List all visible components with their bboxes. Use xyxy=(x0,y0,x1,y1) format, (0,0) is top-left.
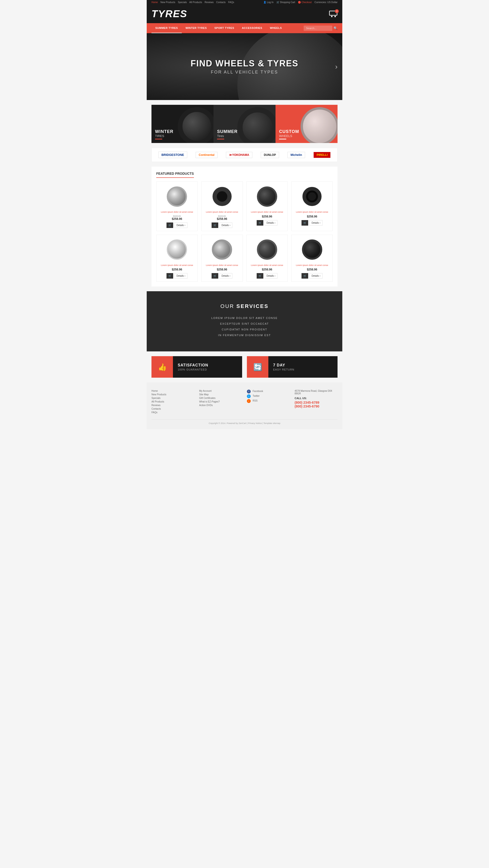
social-rss[interactable]: r RSS xyxy=(247,399,290,403)
brand-yokohama[interactable]: ≫YOKOHAMA xyxy=(226,152,252,158)
nav-reviews[interactable]: Reviews xyxy=(205,1,214,4)
product-card-4: Lorem ipsum dolor sit amet conse $258.96… xyxy=(291,181,333,231)
footer-new-products[interactable]: New Products xyxy=(152,393,194,396)
products-grid: Lorem ipsum dolor sit amet conse $328.80… xyxy=(156,181,333,282)
footer-gift-certificates[interactable]: Gift Certificates xyxy=(199,397,242,399)
footer-grid: Home New Products Specials All Products … xyxy=(152,390,337,415)
nav-accessories[interactable]: ACCESSORIES xyxy=(238,23,266,33)
facebook-icon: f xyxy=(247,390,251,394)
nav-sport-tyres[interactable]: SPORT TYRES xyxy=(210,23,238,33)
footer-reviews[interactable]: Reviews xyxy=(152,404,194,407)
details-button-7[interactable]: Details › xyxy=(264,273,278,279)
product-name-6: Lorem ipsum dolor sit amet conse xyxy=(204,264,240,267)
product-name-2: Lorem ipsum dolor sit amet conse xyxy=(204,211,240,214)
currency-selector[interactable]: Currencies: US Dollar xyxy=(315,1,337,4)
footer-phone-1[interactable]: (800) 2345-6789 xyxy=(295,401,337,404)
footer-specials[interactable]: Specials xyxy=(152,397,194,399)
nav-faqs[interactable]: FAQs xyxy=(228,1,234,4)
nav-links: SUMMER TYRES WINTER TYRES SPORT TYRES AC… xyxy=(152,23,286,33)
product-card-3: Lorem ipsum dolor sit amet conse $258.96… xyxy=(247,181,288,231)
footer-contacts[interactable]: Contacts xyxy=(152,407,194,410)
return-card: 🔄 7 DAY EASY RETURN xyxy=(247,356,337,378)
summer-card-title: SUMMER xyxy=(217,129,237,134)
product-price-1: $258.96 xyxy=(159,217,195,221)
product-old-price-2: $328.80 xyxy=(204,215,240,217)
product-image-3 xyxy=(250,185,285,208)
nav-new-products[interactable]: New Products xyxy=(160,1,175,4)
nav-summer-tyres[interactable]: SUMMER TYRES xyxy=(152,23,182,33)
hero-section: FIND WHEELS & TYRES FOR ALL VEHICLE TYPE… xyxy=(147,33,342,100)
brand-pirelli[interactable]: PIRELLI xyxy=(314,152,331,158)
footer-col-3: f Facebook t Twitter r RSS xyxy=(247,390,290,415)
details-button-5[interactable]: Details › xyxy=(174,273,188,279)
product-name-5: Lorem ipsum dolor sit amet conse xyxy=(159,264,195,267)
product-card-1: Lorem ipsum dolor sit amet conse $328.80… xyxy=(156,181,198,231)
winter-tires-card[interactable]: WINTER TIRES xyxy=(152,105,214,143)
product-name-8: Lorem ipsum dolor sit amet conse xyxy=(294,264,330,267)
add-to-cart-1[interactable]: 🛒 xyxy=(166,222,173,228)
nav-home-link[interactable]: Home xyxy=(152,1,158,4)
product-price-8: $258.96 xyxy=(294,268,330,271)
footer-my-account[interactable]: My Account xyxy=(199,390,242,392)
add-to-cart-4[interactable]: 🛒 xyxy=(301,220,308,226)
cart-icon-header[interactable]: 0 xyxy=(329,10,337,17)
details-button-6[interactable]: Details › xyxy=(220,273,233,279)
details-button-8[interactable]: Details › xyxy=(309,273,323,279)
rss-link[interactable]: RSS xyxy=(253,399,258,402)
footer-site-map[interactable]: Site Map xyxy=(199,393,242,396)
summer-tires-card[interactable]: SUMMER Tires xyxy=(214,105,275,143)
details-button-4[interactable]: Details › xyxy=(309,220,323,226)
services-section: OUR SERVICES LOREM IPSUM DOLOR SIT AMET … xyxy=(147,291,342,351)
nav-contacts[interactable]: Contacts xyxy=(216,1,225,4)
footer-col-1: Home New Products Specials All Products … xyxy=(152,390,194,415)
custom-wheels-card[interactable]: CUSTOM WHEELS xyxy=(275,105,337,143)
twitter-link[interactable]: Twitter xyxy=(253,395,260,397)
header: TYRES 0 xyxy=(147,4,342,23)
social-facebook[interactable]: f Facebook xyxy=(247,390,290,394)
nav-wheels[interactable]: WHEELS xyxy=(266,23,286,33)
search-button[interactable]: 🔍 xyxy=(333,26,337,30)
add-to-cart-5[interactable]: 🛒 xyxy=(166,273,173,279)
satisfaction-title: SATISFACTION xyxy=(178,363,237,367)
product-card-5: Lorem ipsum dolor sit amet conse $258.96… xyxy=(156,235,198,282)
twitter-icon: t xyxy=(247,394,251,398)
brand-dunlop[interactable]: DUNLOP xyxy=(261,152,279,158)
checkout-link[interactable]: 🔴 Checkout xyxy=(298,1,312,4)
product-name-7: Lorem ipsum dolor sit amet conse xyxy=(250,264,285,267)
footer-faqs[interactable]: FAQs xyxy=(152,411,194,414)
footer-action-dvds[interactable]: Action DVDs xyxy=(199,404,242,407)
footer-ez-pages[interactable]: What is EZ-Pages? xyxy=(199,400,242,403)
search-input[interactable] xyxy=(304,26,332,31)
nav-winter-tyres[interactable]: WINTER TYRES xyxy=(182,23,210,33)
footer-all-products[interactable]: All Products xyxy=(152,400,194,403)
product-image-7 xyxy=(250,238,285,261)
footer-phone-2[interactable]: (800) 2345-6790 xyxy=(295,404,337,408)
hero-next-arrow[interactable]: › xyxy=(335,63,337,71)
nav-specials[interactable]: Specials xyxy=(178,1,187,4)
product-price-7: $258.96 xyxy=(250,268,285,271)
brand-michelin[interactable]: Michelin xyxy=(287,152,305,158)
site-logo[interactable]: TYRES xyxy=(152,8,187,20)
social-twitter[interactable]: t Twitter xyxy=(247,394,290,398)
product-price-5: $258.96 xyxy=(159,268,195,271)
nav-all-products[interactable]: All Products xyxy=(189,1,202,4)
add-to-cart-2[interactable]: 🛒 xyxy=(211,222,218,228)
featured-title: FEATURED PRODUCTS xyxy=(156,172,194,178)
facebook-link[interactable]: Facebook xyxy=(253,390,263,393)
product-image-4 xyxy=(294,185,330,208)
add-to-cart-7[interactable]: 🛒 xyxy=(257,273,263,279)
details-button-1[interactable]: Details › xyxy=(174,222,188,228)
details-button-3[interactable]: Details › xyxy=(264,220,278,226)
brand-continental[interactable]: Continental xyxy=(196,152,218,158)
add-to-cart-8[interactable]: 🛒 xyxy=(301,273,308,279)
cart-link[interactable]: 🛒 Shopping Cart xyxy=(276,1,295,4)
add-to-cart-3[interactable]: 🛒 xyxy=(257,220,263,226)
footer-home[interactable]: Home xyxy=(152,390,194,392)
brand-bridgestone[interactable]: BRIDGESTONE xyxy=(158,152,187,158)
details-button-2[interactable]: Details › xyxy=(220,222,233,228)
add-to-cart-6[interactable]: 🛒 xyxy=(211,273,218,279)
login-link[interactable]: 👤 Log In xyxy=(263,1,273,4)
return-icon: 🔄 xyxy=(247,356,268,378)
footer-address: 4578 Marmora Road, Glasgow D04 89GR xyxy=(295,390,337,395)
main-nav: SUMMER TYRES WINTER TYRES SPORT TYRES AC… xyxy=(147,23,342,33)
